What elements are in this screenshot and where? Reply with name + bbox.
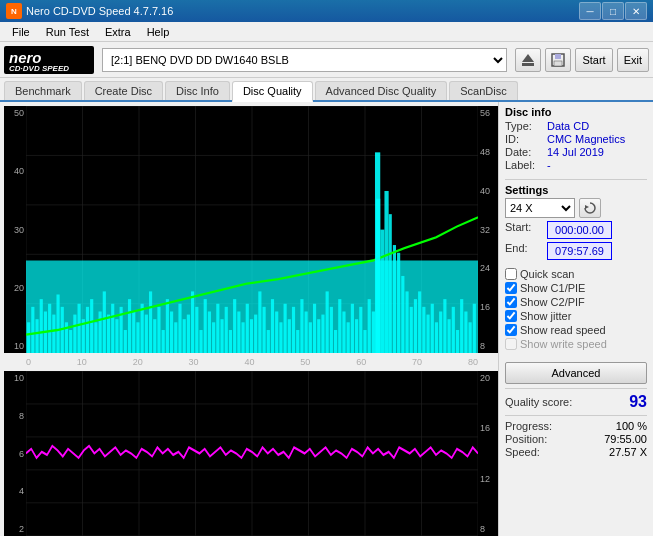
- svg-rect-5: [555, 54, 561, 59]
- y-right-32: 32: [480, 225, 498, 235]
- speed-selector[interactable]: 24 X: [505, 198, 575, 218]
- app-title: Nero CD-DVD Speed 4.7.7.16: [26, 5, 173, 17]
- svg-rect-88: [300, 299, 303, 353]
- svg-rect-56: [166, 299, 169, 353]
- start-button[interactable]: Start: [575, 48, 612, 72]
- svg-rect-57: [170, 311, 173, 353]
- svg-rect-26: [40, 299, 43, 353]
- x-label-40: 40: [244, 357, 254, 367]
- x-label-10: 10: [77, 357, 87, 367]
- main-content: 50 40 30 20 10: [0, 102, 653, 536]
- menu-extra[interactable]: Extra: [97, 24, 139, 40]
- menu-run-test[interactable]: Run Test: [38, 24, 97, 40]
- start-input[interactable]: [547, 221, 612, 239]
- maximize-button[interactable]: □: [602, 2, 624, 20]
- svg-rect-86: [292, 307, 295, 353]
- drive-selector[interactable]: [2:1] BENQ DVD DD DW1640 BSLB: [102, 48, 507, 72]
- checkboxes-section: Quick scan Show C1/PIE Show C2/PIF Show …: [505, 268, 647, 350]
- svg-rect-93: [321, 315, 324, 354]
- c2pif-row: Show C2/PIF: [505, 296, 647, 308]
- end-input[interactable]: [547, 242, 612, 260]
- end-label: End:: [505, 242, 543, 260]
- y-right-8: 8: [480, 341, 498, 351]
- tab-advanced-disc-quality[interactable]: Advanced Disc Quality: [315, 81, 448, 100]
- divider-1: [505, 179, 647, 180]
- svg-marker-2: [522, 54, 534, 62]
- svg-rect-72: [233, 299, 236, 353]
- divider-2: [505, 388, 647, 389]
- svg-rect-121: [439, 311, 442, 353]
- quality-label: Quality score:: [505, 396, 572, 408]
- svg-rect-95: [330, 307, 333, 353]
- svg-rect-42: [107, 315, 110, 354]
- svg-rect-3: [522, 63, 534, 66]
- svg-rect-73: [237, 311, 240, 353]
- svg-rect-108: [384, 191, 388, 353]
- x-label-80: 80: [468, 357, 478, 367]
- svg-rect-129: [473, 304, 476, 353]
- svg-text:CD·DVD SPEED: CD·DVD SPEED: [9, 64, 69, 73]
- settings-title: Settings: [505, 184, 647, 196]
- advanced-button[interactable]: Advanced: [505, 362, 647, 384]
- svg-rect-99: [347, 322, 350, 353]
- disc-type-value: Data CD: [547, 120, 589, 132]
- svg-rect-74: [241, 322, 244, 353]
- svg-rect-62: [191, 291, 194, 353]
- svg-rect-23: [27, 322, 30, 353]
- svg-rect-104: [368, 299, 371, 353]
- menu-help[interactable]: Help: [139, 24, 178, 40]
- tab-scandisc[interactable]: ScanDisc: [449, 81, 517, 100]
- c1pie-checkbox[interactable]: [505, 282, 517, 294]
- tab-create-disc[interactable]: Create Disc: [84, 81, 163, 100]
- y-bot-6: 6: [4, 449, 24, 459]
- c1pie-row: Show C1/PIE: [505, 282, 647, 294]
- jitter-checkbox[interactable]: [505, 310, 517, 322]
- svg-rect-107: [380, 230, 384, 354]
- settings-section: Settings 24 X Start: End:: [505, 184, 647, 260]
- disc-label-value: -: [547, 159, 551, 171]
- svg-rect-97: [338, 299, 341, 353]
- svg-rect-43: [111, 304, 114, 353]
- quality-row: Quality score: 93: [505, 393, 647, 411]
- refresh-button[interactable]: [579, 198, 601, 218]
- write-speed-checkbox[interactable]: [505, 338, 517, 350]
- x-label-0: 0: [26, 357, 31, 367]
- svg-rect-80: [267, 330, 270, 353]
- svg-rect-50: [141, 304, 144, 353]
- svg-rect-77: [254, 315, 257, 354]
- svg-rect-83: [279, 322, 282, 353]
- minimize-button[interactable]: ─: [579, 2, 601, 20]
- svg-rect-89: [305, 311, 308, 353]
- svg-rect-44: [115, 319, 118, 353]
- svg-rect-6: [554, 61, 562, 66]
- read-speed-row: Show read speed: [505, 324, 647, 336]
- close-button[interactable]: ✕: [625, 2, 647, 20]
- c2pif-checkbox[interactable]: [505, 296, 517, 308]
- svg-rect-101: [355, 319, 358, 353]
- progress-value: 100 %: [616, 420, 647, 432]
- save-button[interactable]: [545, 48, 571, 72]
- disc-id-row: ID: CMC Magnetics: [505, 133, 647, 145]
- tab-disc-quality[interactable]: Disc Quality: [232, 81, 313, 102]
- svg-rect-122: [443, 299, 446, 353]
- eject-button[interactable]: [515, 48, 541, 72]
- tab-benchmark[interactable]: Benchmark: [4, 81, 82, 100]
- c2pif-label: Show C2/PIF: [520, 296, 585, 308]
- title-bar: N Nero CD-DVD Speed 4.7.7.16 ─ □ ✕: [0, 0, 653, 22]
- svg-rect-110: [393, 245, 396, 353]
- read-speed-checkbox[interactable]: [505, 324, 517, 336]
- x-label-20: 20: [133, 357, 143, 367]
- svg-rect-46: [124, 330, 127, 353]
- svg-rect-91: [313, 304, 316, 353]
- tab-disc-info[interactable]: Disc Info: [165, 81, 230, 100]
- svg-rect-66: [208, 311, 211, 353]
- y2-right-16: 16: [480, 423, 498, 433]
- menu-file[interactable]: File: [4, 24, 38, 40]
- svg-rect-39: [94, 322, 97, 353]
- exit-button[interactable]: Exit: [617, 48, 649, 72]
- disc-label-row: Label: -: [505, 159, 647, 171]
- disc-label-label: Label:: [505, 159, 543, 171]
- svg-rect-128: [469, 322, 472, 353]
- quick-scan-checkbox[interactable]: [505, 268, 517, 280]
- speed-label: Speed:: [505, 446, 540, 458]
